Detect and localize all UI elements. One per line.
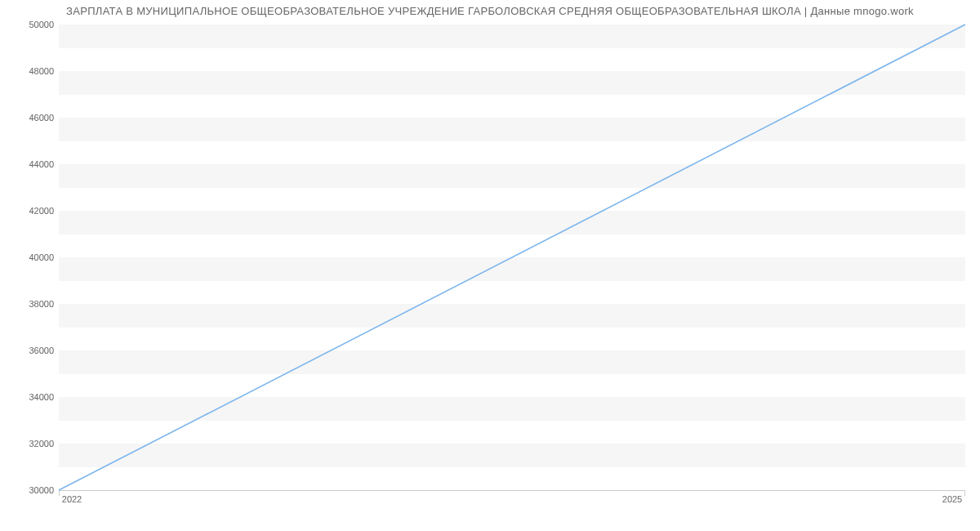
y-tick-label: 40000: [5, 252, 54, 262]
y-tick-label: 30000: [5, 485, 54, 495]
data-line: [59, 25, 965, 490]
y-tick-label: 50000: [5, 20, 54, 29]
x-tick-mark: [964, 490, 965, 496]
x-axis-line: [59, 490, 965, 491]
svg-line-0: [59, 25, 965, 490]
x-tick-mark: [59, 490, 60, 496]
y-tick-label: 36000: [5, 346, 54, 355]
chart-title: ЗАРПЛАТА В МУНИЦИПАЛЬНОЕ ОБЩЕОБРАЗОВАТЕЛ…: [0, 5, 980, 17]
y-tick-label: 44000: [5, 159, 54, 169]
y-tick-label: 48000: [5, 66, 54, 76]
x-tick-label: 2025: [942, 494, 962, 504]
y-tick-label: 46000: [5, 113, 54, 123]
y-tick-label: 42000: [5, 206, 54, 216]
x-tick-label: 2022: [62, 494, 82, 504]
y-tick-label: 38000: [5, 299, 54, 309]
y-tick-label: 32000: [5, 439, 54, 448]
y-tick-label: 34000: [5, 392, 54, 402]
